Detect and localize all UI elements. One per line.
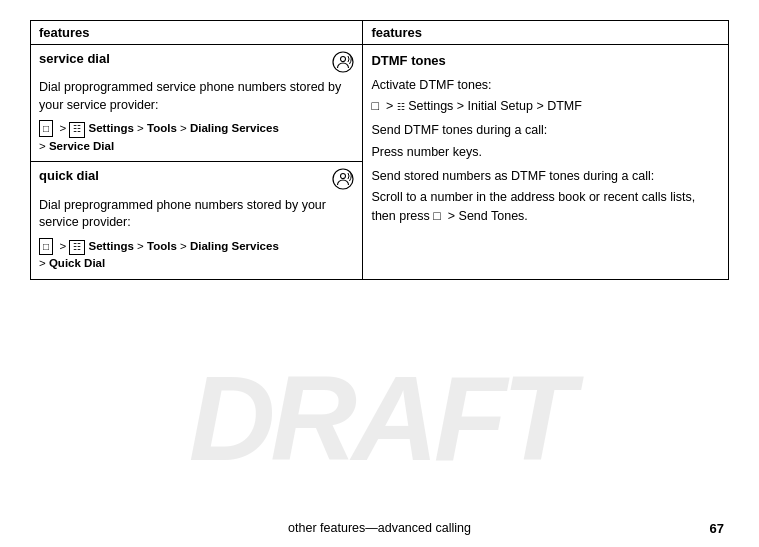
press-keys-label: Press number keys. bbox=[371, 143, 720, 162]
menu-key-1: □ bbox=[39, 120, 53, 137]
quick-dial-desc: Dial preprogrammed phone numbers stored … bbox=[39, 197, 354, 232]
service-dial-section: service dial Dial proprogrammed service … bbox=[31, 45, 362, 161]
quick-dial-title: quick dial bbox=[39, 168, 99, 183]
send-stored-label: Send stored numbers as DTMF tones during… bbox=[371, 167, 720, 186]
quick-dial-title-row: quick dial bbox=[39, 168, 354, 193]
left-features-table: features service dial bbox=[30, 20, 363, 280]
scroll-label: Scroll to a number in the address book o… bbox=[371, 188, 720, 226]
menu-key-2: □ bbox=[39, 238, 53, 255]
quick-dial-icon bbox=[332, 168, 354, 193]
menu-key-3: □ bbox=[371, 99, 379, 113]
svg-point-3 bbox=[341, 173, 346, 178]
quick-dial-section: quick dial Dial preprogrammed phone numb… bbox=[31, 161, 362, 279]
service-dial-nav: □ > ☷ Settings > Tools > Dialing Service… bbox=[39, 120, 354, 155]
dtmf-section: DTMF tones Activate DTMF tones: □ > ☷ Se… bbox=[363, 45, 728, 232]
send-during-call-label: Send DTMF tones during a call: bbox=[371, 121, 720, 140]
page-content: features service dial bbox=[0, 0, 759, 290]
service-dial-icon bbox=[332, 51, 354, 75]
right-features-table: features DTMF tones Activate DTMF tones:… bbox=[363, 20, 729, 280]
service-dial-title-row: service dial bbox=[39, 51, 354, 75]
footer-page: 67 bbox=[710, 521, 724, 536]
draft-watermark: DRAFT bbox=[189, 349, 571, 487]
settings-key-2: ☷ bbox=[69, 240, 85, 256]
settings-key-3: ☷ bbox=[397, 102, 405, 112]
activate-label: Activate DTMF tones: bbox=[371, 76, 720, 95]
dtmf-title: DTMF tones bbox=[371, 51, 720, 71]
footer: other features—advanced calling 67 bbox=[0, 521, 759, 535]
menu-key-4: □ bbox=[433, 209, 441, 223]
footer-text: other features—advanced calling bbox=[288, 521, 471, 535]
svg-point-1 bbox=[341, 57, 346, 62]
left-table-header: features bbox=[31, 21, 362, 45]
service-dial-title: service dial bbox=[39, 51, 110, 66]
right-table-header: features bbox=[363, 21, 728, 45]
activate-nav: □ > ☷ Settings > Initial Setup > DTMF bbox=[371, 97, 720, 116]
service-dial-desc: Dial proprogrammed service phone numbers… bbox=[39, 79, 354, 114]
settings-key-1: ☷ bbox=[69, 122, 85, 138]
quick-dial-nav: □ > ☷ Settings > Tools > Dialing Service… bbox=[39, 238, 354, 273]
tables-row: features service dial bbox=[30, 20, 729, 280]
